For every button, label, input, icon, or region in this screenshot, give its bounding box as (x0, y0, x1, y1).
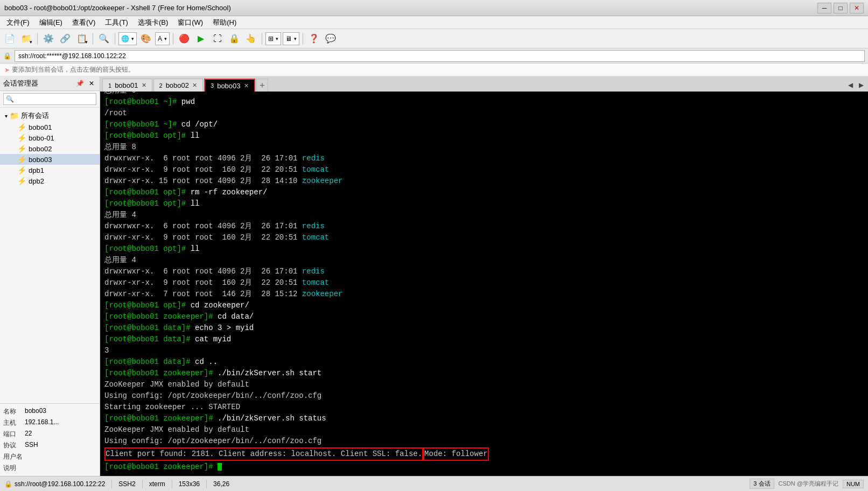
title-text: bobo03 - root@bobo01:/opt/zookeeper - Xs… (4, 4, 817, 12)
title-bar: bobo03 - root@bobo01:/opt/zookeeper - Xs… (0, 0, 868, 16)
tab-num-tab2: 2 (159, 82, 163, 89)
terminal-line: drwxr-xr-x. 15 root root 4096 2月 28 14:1… (104, 176, 864, 187)
menu-edit[interactable]: 编辑(E) (35, 17, 67, 29)
tab-tab1[interactable]: 1bobo01✕ (102, 79, 152, 92)
status-sep-4 (206, 480, 207, 488)
tab-prev-button[interactable]: ◀ (845, 79, 855, 92)
tree-node-icon-bobo02: ⚡ (17, 144, 26, 153)
terminal-line: [root@bobo01 zookeeper]# ./bin/zkServer.… (104, 413, 864, 424)
terminal-line: [root@bobo01 data]# echo 3 > myid (104, 322, 864, 334)
toolbar-layout-dropdown[interactable]: ⊞▾ (265, 32, 281, 45)
tree-node-label-dpb2: dpb2 (29, 177, 44, 185)
menu-file[interactable]: 文件(F) (2, 17, 34, 29)
toolbar-size-dropdown[interactable]: A▾ (155, 32, 170, 45)
toolbar-search[interactable]: 🔍 (96, 31, 111, 46)
terminal-line: Mode: follower (423, 447, 489, 461)
toolbar-fullscreen[interactable]: ⛶ (210, 31, 225, 46)
tree-node-icon-bobo01: ⚡ (17, 123, 26, 131)
status-bar: 🔒 ssh://root@192.168.100.122:22 SSH2 xte… (0, 476, 868, 491)
toolbar-stop[interactable]: 🔴 (177, 31, 192, 46)
terminal-line: ZooKeeper JMX enabled by default (104, 424, 864, 436)
minimize-button[interactable]: ─ (817, 3, 831, 13)
sidebar-tree-item-bobo01[interactable]: ⚡bobo01 (0, 122, 100, 132)
sidebar-tree-item-dpb1[interactable]: ⚡dpb1 (0, 165, 100, 176)
toolbar-btn-copy[interactable]: 📋▾ (74, 31, 89, 46)
prop-label-用户名: 用户名 (3, 452, 25, 461)
menu-tabs[interactable]: 选项卡(B) (134, 17, 172, 29)
prop-row-名称: 名称bobo03 (3, 406, 96, 417)
status-xterm: xterm (149, 480, 165, 488)
sidebar-tree-item-dpb2[interactable]: ⚡dpb2 (0, 176, 100, 186)
new-session-button[interactable]: 📄 (2, 31, 17, 46)
terminal-line: [root@bobo01 zookeeper]# cd data/ (104, 311, 864, 322)
open-button[interactable]: 📁▾ (19, 31, 34, 46)
menu-view[interactable]: 查看(V) (68, 17, 100, 29)
menu-window[interactable]: 窗口(W) (173, 17, 207, 29)
terminal-line: [root@bobo01 zookeeper]# (104, 461, 864, 473)
terminal-line: drwxr-xr-x. 9 root root 160 2月 22 20:51 … (104, 232, 864, 243)
status-right: 3 会话 CSDN @学亮编程手记 NUM (750, 479, 864, 489)
terminal[interactable]: [root@bobo01 ~]# ll总用量 0[root@bobo01 ~]#… (100, 92, 868, 476)
sidebar-tree-item-bobo-01[interactable]: ⚡bobo-01 (0, 132, 100, 143)
sidebar-tree-item-all[interactable]: ▾📁所有会话 (0, 110, 100, 122)
status-ssh2-label: SSH2 (118, 480, 135, 488)
terminal-line: Using config: /opt/zookeeper/bin/../conf… (104, 436, 864, 447)
tab-tab2[interactable]: 2bobo02✕ (153, 79, 204, 92)
sidebar-tree-item-bobo02[interactable]: ⚡bobo02 (0, 143, 100, 154)
toolbar-play[interactable]: ▶ (193, 31, 208, 46)
toolbar-conn-dropdown[interactable]: 🌐▾ (118, 32, 137, 45)
tab-close-tab3[interactable]: ✕ (244, 82, 249, 89)
tab-label-tab2: bobo02 (166, 81, 189, 89)
tree-node-icon-dpb2: ⚡ (17, 177, 26, 185)
tab-close-tab1[interactable]: ✕ (142, 82, 146, 89)
terminal-line: 总用量 0 (104, 92, 864, 96)
tab-close-tab2[interactable]: ✕ (192, 82, 197, 89)
menu-help[interactable]: 帮助(H) (208, 17, 241, 29)
properties-panel: 名称bobo03主机192.168.1...端口22协议SSH用户名说明 (0, 403, 100, 476)
toolbar-help[interactable]: ❓ (306, 31, 321, 46)
toolbar-chat[interactable]: 💬 (323, 31, 338, 46)
menu-bar: 文件(F) 编辑(E) 查看(V) 工具(T) 选项卡(B) 窗口(W) 帮助(… (0, 16, 868, 29)
tree-node-icon-all: 📁 (10, 111, 19, 120)
prop-label-主机: 主机 (3, 418, 25, 427)
new-tab-button[interactable]: ＋ (256, 79, 268, 92)
close-button[interactable]: ✕ (850, 3, 864, 13)
terminal-line: [root@bobo01 opt]# ll (104, 243, 864, 255)
tab-next-button[interactable]: ▶ (856, 79, 866, 92)
tree-node-icon-bobo-01: ⚡ (17, 134, 26, 142)
toolbar-monitor-dropdown[interactable]: 🖥▾ (283, 32, 299, 45)
tab-bar: 1bobo01✕2bobo02✕3bobo03✕＋ ◀ ▶ (100, 76, 868, 92)
tree-node-label-all: 所有会话 (21, 111, 49, 121)
sidebar-tree-item-bobo03[interactable]: ⚡bobo03 (0, 154, 100, 165)
terminal-line: [root@bobo01 opt]# ll (104, 198, 864, 209)
toolbar-finger[interactable]: 👆 (243, 31, 258, 46)
toolbar-btn-2[interactable]: ⚙️ (41, 31, 56, 46)
terminal-line: drwxr-xr-x. 9 root root 160 2月 22 20:51 … (104, 277, 864, 289)
window-controls: ─ □ ✕ (817, 3, 864, 13)
sidebar-search-input[interactable] (3, 93, 96, 105)
sidebar-pin-button[interactable]: 📌 (75, 79, 85, 88)
maximize-button[interactable]: □ (834, 3, 848, 13)
status-sessions-badge: 3 会话 (750, 479, 774, 489)
terminal-line: [root@bobo01 opt]# rm -rf zookeeper/ (104, 187, 864, 198)
address-input[interactable] (15, 50, 865, 62)
prop-value-协议: SSH (25, 441, 96, 450)
terminal-line: 总用量 4 (104, 209, 864, 221)
status-sep-3 (172, 480, 172, 488)
terminal-line: [root@bobo01 opt]# cd zookeeper/ (104, 300, 864, 311)
tree-toggle-all: ▾ (2, 113, 10, 119)
menu-tools[interactable]: 工具(T) (101, 17, 132, 29)
sidebar-close-button[interactable]: ✕ (87, 79, 96, 88)
prop-label-说明: 说明 (3, 464, 25, 473)
toolbar-btn-3[interactable]: 🔗 (58, 31, 73, 46)
toolbar-lock[interactable]: 🔒 (227, 31, 242, 46)
terminal-line: drwxr-xr-x. 9 root root 160 2月 22 20:51 … (104, 164, 864, 176)
status-size: 153x36 (179, 480, 200, 488)
tab-tab3[interactable]: 3bobo03✕ (204, 79, 255, 92)
prop-value-用户名 (25, 452, 96, 461)
toolbar-separator-1 (37, 33, 38, 45)
toolbar-color[interactable]: 🎨 (138, 31, 153, 46)
terminal-line: [root@bobo01 zookeeper]# ./bin/zkServer.… (104, 368, 864, 379)
prop-value-主机: 192.168.1... (25, 418, 96, 427)
terminal-line: drwxrwxr-x. 6 root root 4096 2月 26 17:01… (104, 153, 864, 164)
